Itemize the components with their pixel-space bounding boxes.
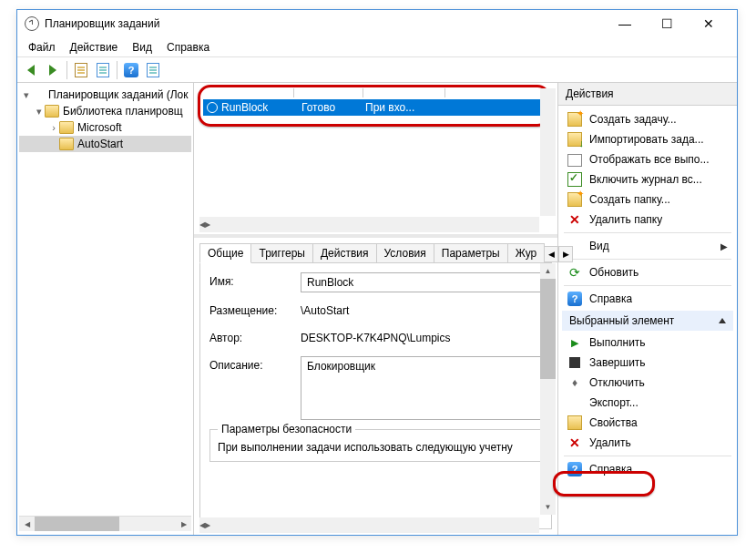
toolbar-btn-1[interactable] <box>71 60 91 80</box>
details-scroll-v[interactable]: ▲ ▼ <box>540 263 556 515</box>
collapse-icon[interactable] <box>719 318 726 323</box>
actions-separator <box>564 232 731 233</box>
tab-history[interactable]: Жур <box>507 243 545 262</box>
expand-toggle[interactable]: ▾ <box>34 106 45 118</box>
delete-icon: ✕ <box>567 435 582 450</box>
tab-actions[interactable]: Действия <box>312 243 377 262</box>
task-list: RunBlock Готово При вхо... ◀ ▶ <box>194 83 557 238</box>
action-delete-folder[interactable]: ✕ Удалить папку <box>562 210 733 230</box>
expand-toggle[interactable]: › <box>48 122 59 133</box>
folder-icon <box>59 138 74 150</box>
maximize-button[interactable]: ☐ <box>646 10 688 37</box>
tree-autostart[interactable]: AutoStart <box>19 136 191 152</box>
minimize-button[interactable]: — <box>604 10 646 37</box>
action-create-task[interactable]: Создать задачу... <box>562 109 733 129</box>
tab-scroll-left[interactable]: ◀ <box>544 246 558 262</box>
help-icon: ? <box>124 63 138 77</box>
titlebar: Планировщик заданий — ☐ ✕ <box>17 10 737 37</box>
tree-microsoft[interactable]: › Microsoft <box>19 119 191 136</box>
tree-root-label: Планировщик заданий (Лок <box>48 88 189 101</box>
action-show-running[interactable]: Отображать все выпо... <box>562 149 733 169</box>
actions-pane-header: Действия <box>558 83 737 106</box>
tab-scroll-right[interactable]: ▶ <box>558 246 573 262</box>
toolbar: ? <box>17 57 737 83</box>
scroll-right-button[interactable]: ▶ <box>205 517 210 533</box>
menubar: Файл Действие Вид Справка <box>17 37 737 57</box>
action-import-task[interactable]: Импортировать зада... <box>562 129 733 149</box>
tab-conditions[interactable]: Условия <box>376 243 434 262</box>
tab-general[interactable]: Общие <box>199 243 251 263</box>
author-label: Автор: <box>209 329 301 344</box>
menu-file[interactable]: Файл <box>21 39 63 56</box>
toolbar-btn-3[interactable] <box>143 60 163 80</box>
action-help-2[interactable]: ? Справка <box>562 459 733 479</box>
action-delete[interactable]: ✕ Удалить <box>562 433 733 453</box>
action-refresh[interactable]: ⟳ Обновить <box>562 262 733 282</box>
description-field[interactable]: Блокировщик <box>301 356 542 420</box>
task-list-scroll-v[interactable] <box>540 88 556 216</box>
sheet-icon-blue <box>97 63 109 77</box>
security-group: Параметры безопасности При выполнении за… <box>209 429 542 462</box>
tree-library-label: Библиотека планировщ <box>63 105 183 118</box>
scroll-right-button[interactable]: ▶ <box>176 517 191 531</box>
scroll-right-button[interactable]: ▶ <box>205 217 210 232</box>
toolbar-separator <box>117 61 117 79</box>
tab-settings[interactable]: Параметры <box>434 243 508 262</box>
action-run[interactable]: ▶ Выполнить <box>562 333 733 353</box>
expand-toggle[interactable]: ▾ <box>21 89 32 101</box>
app-icon <box>25 16 39 31</box>
tree-library[interactable]: ▾ Библиотека планировщ <box>19 103 191 119</box>
action-view[interactable]: Вид ▶ <box>562 236 733 256</box>
sheet-icon <box>75 63 87 77</box>
toolbar-btn-2[interactable] <box>93 60 113 80</box>
tab-general-content: Имя: RunBlock Размещение: \AutoStart Авт… <box>199 263 552 529</box>
action-help[interactable]: ? Справка <box>562 289 733 309</box>
actions-separator <box>564 285 731 286</box>
clock-icon <box>32 88 45 101</box>
task-name: RunBlock <box>221 101 301 114</box>
task-row-selected[interactable]: RunBlock Готово При вхо... <box>203 99 548 116</box>
action-enable-log[interactable]: Включить журнал вс... <box>562 169 733 189</box>
properties-icon <box>567 415 582 430</box>
end-icon <box>567 355 582 370</box>
action-create-folder[interactable]: Создать папку... <box>562 189 733 210</box>
disable-icon: ♦ <box>567 375 582 390</box>
help-icon: ? <box>567 292 582 306</box>
location-value: \AutoStart <box>301 302 542 320</box>
arrow-left-icon <box>27 65 35 76</box>
action-disable[interactable]: ♦ Отключить <box>562 373 733 393</box>
actions-separator <box>564 259 731 260</box>
action-properties[interactable]: Свойства <box>562 413 733 433</box>
run-icon: ▶ <box>567 335 582 350</box>
menu-action[interactable]: Действие <box>63 39 126 56</box>
tree-scroll-horizontal[interactable]: ◀ ▶ <box>19 516 191 531</box>
scroll-thumb[interactable] <box>540 279 556 379</box>
name-field[interactable]: RunBlock <box>301 272 542 292</box>
clock-icon <box>207 102 218 113</box>
export-icon <box>567 395 582 410</box>
task-list-scroll-h[interactable]: ◀ ▶ <box>199 217 539 232</box>
task-scheduler-window: Планировщик заданий — ☐ ✕ Файл Действие … <box>16 9 738 536</box>
details-scroll-h[interactable]: ◀ ▶ <box>199 517 539 533</box>
menu-help[interactable]: Справка <box>159 39 217 56</box>
nav-forward-button[interactable] <box>43 60 63 80</box>
new-folder-icon <box>567 192 582 207</box>
action-export[interactable]: Экспорт... <box>562 393 733 413</box>
nav-back-button[interactable] <box>21 60 41 80</box>
details-pane: Общие Триггеры Действия Условия Параметр… <box>194 238 557 535</box>
scroll-up-button[interactable]: ▲ <box>540 263 556 279</box>
scroll-thumb[interactable] <box>35 517 119 531</box>
action-end[interactable]: Завершить <box>562 353 733 373</box>
refresh-icon: ⟳ <box>567 265 582 280</box>
scroll-left-button[interactable]: ◀ <box>19 517 35 531</box>
tab-triggers[interactable]: Триггеры <box>250 243 313 262</box>
menu-view[interactable]: Вид <box>125 39 159 56</box>
scroll-down-button[interactable]: ▼ <box>540 499 556 515</box>
selected-item-header: Выбранный элемент <box>562 311 733 331</box>
folder-icon <box>59 121 74 134</box>
arrow-right-icon <box>49 65 56 76</box>
toolbar-help-button[interactable]: ? <box>121 60 141 80</box>
close-button[interactable]: ✕ <box>688 10 730 37</box>
tree-root[interactable]: ▾ Планировщик заданий (Лок <box>19 87 191 103</box>
running-tasks-icon <box>567 152 582 167</box>
